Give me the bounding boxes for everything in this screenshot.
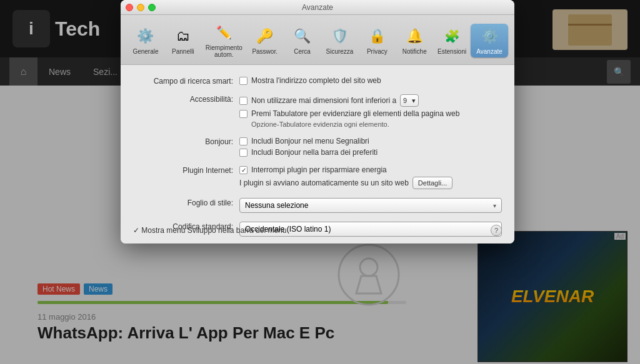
dialog-toolbar: ⚙️ Generale 🗂 Pannelli ✏️ Riempimento au… (121, 15, 514, 65)
setting-content-accessibilita: Non utilizzare mai dimensioni font infer… (239, 94, 502, 128)
dialog-title: Avanzate (121, 3, 514, 12)
toolbar-avanzate[interactable]: ⚙️ Avanzate (471, 24, 508, 57)
checkbox-tabulatore-label: Premi Tabulatore per evidenziare gli ele… (251, 109, 459, 118)
checkbox-font-box[interactable] (239, 97, 248, 105)
toolbar-sicurezza[interactable]: 🛡️ Sicurezza (321, 24, 359, 57)
foglio-select-arrow: ▾ (493, 202, 496, 209)
toolbar-cerca-label: Cerca (294, 48, 311, 55)
toolbar-estensioni-icon: 🧩 (442, 26, 462, 46)
checkbox-font-label: Non utilizzare mai dimensioni font infer… (251, 96, 396, 105)
setting-row-ricerca: Campo di ricerca smart: Mostra l'indiriz… (133, 76, 502, 86)
toolbar-riempimento[interactable]: ✏️ Riempimento autom. (202, 20, 246, 61)
checkbox-bonjour-barra-label: Includi Bonjour nella barra dei preferit… (251, 148, 378, 157)
checkbox-tabulatore-box[interactable] (239, 110, 248, 118)
close-button[interactable] (126, 4, 133, 11)
minimize-button[interactable] (137, 4, 144, 11)
toolbar-cerca[interactable]: 🔍 Cerca (284, 24, 321, 57)
setting-row-plugin: Plugin Internet: ✓ Interrompi plugin per… (133, 165, 502, 189)
checkbox-bonjour-menu-label: Includi Bonjour nel menu Segnalibri (251, 137, 369, 145)
help-button[interactable]: ? (491, 225, 502, 236)
setting-content-bonjour: Includi Bonjour nel menu Segnalibri Incl… (239, 137, 502, 157)
setting-content-foglio: Nessuna selezione ▾ (239, 198, 502, 213)
toolbar-sicurezza-icon: 🛡️ (329, 26, 349, 46)
toolbar-password-label: Passwor. (252, 48, 278, 55)
dialog-bottom: ✓ Mostra menu Sviluppo nella barra dei m… (133, 225, 502, 236)
setting-row-bonjour: Bonjour: Includi Bonjour nel menu Segnal… (133, 137, 502, 157)
toolbar-estensioni-label: Estensioni (438, 48, 466, 55)
toolbar-privacy-icon: 🔒 (367, 26, 387, 46)
hint-tabulatore: Opzione-Tabulatore evidenzia ogni elemen… (239, 121, 502, 128)
toolbar-notifiche[interactable]: 🔔 Notifiche (396, 24, 433, 57)
font-size-select[interactable]: 9 ▾ (400, 94, 419, 107)
toolbar-notifiche-label: Notifiche (402, 48, 427, 55)
setting-label-bonjour: Bonjour: (133, 137, 233, 146)
checkbox-bonjour-barra: Includi Bonjour nella barra dei preferit… (239, 148, 502, 157)
setting-label-ricerca: Campo di ricerca smart: (133, 76, 233, 86)
checkbox-tabulatore: Premi Tabulatore per evidenziare gli ele… (239, 109, 502, 118)
font-size-arrow: ▾ (412, 97, 416, 105)
checkbox-sviluppo-label: ✓ Mostra menu Sviluppo nella barra dei m… (133, 226, 286, 235)
checkbox-indirizzo-label: Mostra l'indirizzo completo del sito web (251, 76, 381, 85)
toolbar-password-icon: 🔑 (255, 26, 275, 46)
toolbar-estensioni[interactable]: 🧩 Estensioni (433, 24, 471, 57)
maximize-button[interactable] (148, 4, 156, 11)
toolbar-pannelli-label: Pannelli (172, 48, 194, 55)
toolbar-generale-icon: ⚙️ (136, 26, 156, 46)
checkbox-indirizzo: Mostra l'indirizzo completo del sito web (239, 76, 502, 85)
safari-settings-dialog: Avanzate ⚙️ Generale 🗂 Pannelli ✏️ Riemp… (121, 0, 514, 243)
toolbar-generale-label: Generale (132, 48, 158, 55)
toolbar-sicurezza-label: Sicurezza (326, 48, 354, 55)
toolbar-password[interactable]: 🔑 Passwor. (246, 24, 284, 57)
setting-content-plugin: ✓ Interrompi plugin per risparmiare ener… (239, 165, 502, 189)
checkbox-bonjour-menu-box[interactable] (239, 137, 248, 145)
toolbar-cerca-icon: 🔍 (292, 26, 312, 46)
toolbar-generale[interactable]: ⚙️ Generale (127, 24, 164, 57)
setting-label-plugin: Plugin Internet: (133, 165, 233, 175)
dialog-titlebar: Avanzate (121, 0, 514, 15)
checkbox-plugin: ✓ Interrompi plugin per risparmiare ener… (239, 165, 502, 174)
foglio-select-value: Nessuna selezione (245, 201, 308, 210)
checkbox-indirizzo-box[interactable] (239, 77, 248, 85)
plugin-info-text: I plugin si avviano automaticamente su u… (239, 179, 409, 187)
toolbar-avanzate-label: Avanzate (476, 48, 502, 55)
toolbar-avanzate-icon: ⚙️ (479, 26, 499, 46)
toolbar-privacy-label: Privacy (367, 48, 388, 55)
checkbox-plugin-box[interactable]: ✓ (239, 166, 248, 174)
toolbar-notifiche-icon: 🔔 (404, 26, 424, 46)
checkbox-sviluppo: ✓ Mostra menu Sviluppo nella barra dei m… (133, 226, 286, 235)
setting-row-foglio: Foglio di stile: Nessuna selezione ▾ (133, 198, 502, 213)
checkbox-font: Non utilizzare mai dimensioni font infer… (239, 94, 502, 107)
dettagli-button[interactable]: Dettagli... (412, 177, 452, 189)
plugin-info-row: I plugin si avviano automaticamente su u… (239, 177, 502, 189)
dialog-body: Campo di ricerca smart: Mostra l'indiriz… (121, 65, 514, 243)
toolbar-pannelli[interactable]: 🗂 Pannelli (164, 24, 202, 57)
checkbox-bonjour-barra-box[interactable] (239, 149, 248, 157)
checkbox-plugin-label: Interrompi plugin per risparmiare energi… (251, 165, 387, 174)
toolbar-pannelli-icon: 🗂 (173, 26, 193, 46)
toolbar-riempimento-icon: ✏️ (214, 22, 234, 42)
foglio-select[interactable]: Nessuna selezione ▾ (239, 198, 502, 213)
checkbox-bonjour-menu: Includi Bonjour nel menu Segnalibri (239, 137, 502, 145)
setting-content-ricerca: Mostra l'indirizzo completo del sito web (239, 76, 502, 85)
setting-label-foglio: Foglio di stile: (133, 198, 233, 207)
setting-label-accessibilita: Accessibilità: (133, 94, 233, 104)
toolbar-privacy[interactable]: 🔒 Privacy (358, 24, 396, 57)
toolbar-riempimento-label: Riempimento autom. (206, 44, 242, 58)
font-size-value: 9 (403, 97, 407, 104)
setting-row-accessibilita: Accessibilità: Non utilizzare mai dimens… (133, 94, 502, 128)
